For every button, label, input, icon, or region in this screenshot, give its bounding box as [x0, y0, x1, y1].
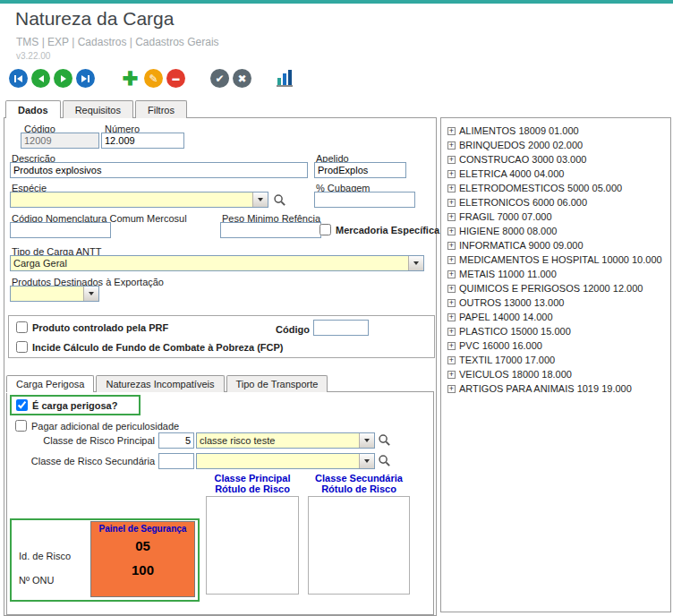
- mercadoria-especifica-checkbox-input[interactable]: [319, 224, 331, 235]
- expand-icon[interactable]: +: [447, 285, 456, 293]
- prf-checkbox[interactable]: Produto controlado pela PRF: [16, 321, 168, 333]
- edit-button[interactable]: ✎: [144, 69, 163, 88]
- tree-item[interactable]: +VEICULOS 18000 18.000: [445, 367, 667, 381]
- tree-item[interactable]: +PAPEL 14000 14.000: [445, 310, 667, 324]
- classe-principal-codigo-input[interactable]: [158, 432, 194, 449]
- tree-item[interactable]: +PVC 16000 16.000: [445, 338, 667, 353]
- expand-icon[interactable]: +: [447, 385, 456, 393]
- e-carga-perigosa-checkbox[interactable]: É carga perigosa?: [16, 399, 117, 411]
- tab-filtros[interactable]: Filtros: [135, 100, 187, 118]
- subtab-naturezas-incompativeis[interactable]: Naturezas Incompatíveis: [96, 375, 224, 392]
- chevron-down-icon[interactable]: [359, 454, 374, 468]
- adicional-periculosidade-checkbox-input[interactable]: [15, 420, 27, 432]
- delete-button[interactable]: ▬: [166, 69, 185, 88]
- cancel-button[interactable]: ✖: [233, 69, 251, 88]
- magnifier-icon: [273, 193, 286, 207]
- expand-icon[interactable]: +: [447, 213, 456, 221]
- tree-item[interactable]: +ELETRODOMESTICOS 5000 05.000: [445, 181, 667, 195]
- expand-icon[interactable]: +: [447, 242, 456, 250]
- chevron-down-icon[interactable]: [408, 256, 423, 270]
- chevron-down-icon[interactable]: [83, 287, 98, 301]
- peso-minimo-input[interactable]: [220, 222, 321, 238]
- expand-icon[interactable]: +: [447, 299, 456, 307]
- tree-item[interactable]: +ELETRONICOS 6000 06.000: [445, 195, 667, 210]
- subtab-carga-perigosa[interactable]: Carga Perigosa: [6, 375, 94, 392]
- expand-icon[interactable]: +: [447, 342, 456, 350]
- tree-item[interactable]: +METAIS 11000 11.000: [445, 267, 667, 281]
- expand-icon[interactable]: +: [447, 328, 456, 336]
- painel-seguranca: Painel de Segurança 05 100: [90, 521, 195, 597]
- expand-icon[interactable]: +: [447, 313, 456, 321]
- especie-search-button[interactable]: [273, 193, 286, 207]
- next-record-button[interactable]: [54, 69, 72, 88]
- tree-item[interactable]: +CONSTRUCAO 3000 03.000: [445, 152, 667, 167]
- prf-codigo-input[interactable]: [313, 320, 369, 336]
- fcp-checkbox[interactable]: Incide Cálculo de Fundo de Combate à Pob…: [16, 341, 284, 353]
- chevron-down-icon[interactable]: [252, 192, 268, 207]
- apelido-input[interactable]: [314, 162, 406, 178]
- classe-principal-header-line2: Rótulo de Risco: [199, 483, 306, 494]
- ncm-input[interactable]: [10, 222, 111, 238]
- tree-item[interactable]: +ELETRICA 4000 04.000: [445, 167, 667, 181]
- expand-icon[interactable]: +: [447, 156, 456, 164]
- e-carga-perigosa-checkbox-input[interactable]: [16, 399, 28, 411]
- tree-item[interactable]: +QUIMICOS E PERIGOSOS 12000 12.000: [445, 281, 667, 295]
- tree-item[interactable]: +MEDICAMENTOS E HOSPITAL 10000 10.000: [445, 252, 667, 267]
- expand-icon[interactable]: +: [447, 270, 456, 278]
- tree-item[interactable]: +INFORMATICA 9000 09.000: [445, 238, 667, 252]
- tab-dados[interactable]: Dados: [5, 100, 61, 118]
- confirm-button[interactable]: ✔: [210, 69, 229, 88]
- expand-icon[interactable]: +: [447, 371, 456, 379]
- classe-secundaria-header-line1: Classe Secundária: [305, 473, 413, 483]
- adicional-periculosidade-checkbox[interactable]: Pagar adicional de periculosidade: [15, 420, 179, 432]
- expand-icon[interactable]: +: [447, 141, 456, 150]
- expand-icon[interactable]: +: [447, 356, 456, 364]
- classe-principal-search-button[interactable]: [378, 433, 391, 447]
- tree-item[interactable]: +TEXTIL 17000 17.000: [445, 353, 667, 367]
- subtab-tipo-de-transporte[interactable]: Tipo de Transporte: [226, 375, 328, 392]
- expand-icon[interactable]: +: [447, 127, 456, 135]
- classe-secundaria-codigo-input[interactable]: [158, 453, 194, 469]
- tree-item[interactable]: +ARTIGOS PARA ANIMAIS 1019 19.000: [445, 381, 667, 396]
- expand-icon[interactable]: +: [447, 184, 456, 192]
- last-record-button[interactable]: [76, 69, 95, 88]
- fcp-checkbox-input[interactable]: [16, 341, 28, 353]
- first-record-button[interactable]: [9, 69, 28, 88]
- tree-item[interactable]: +FRAGIL 7000 07.000: [445, 210, 667, 224]
- id-risco-label: Id. de Risco: [19, 551, 71, 561]
- painel-seguranca-title: Painel de Segurança: [91, 524, 194, 534]
- tipo-carga-antt-combo[interactable]: Carga Geral: [10, 255, 424, 271]
- tree-item-label: ELETRODOMESTICOS 5000 05.000: [459, 183, 622, 193]
- expand-icon[interactable]: +: [447, 170, 456, 178]
- tree-item[interactable]: +HIGIENE 8000 08.000: [445, 224, 667, 238]
- classe-secundaria-search-button[interactable]: [378, 454, 391, 467]
- skip-to-first-icon: [14, 75, 22, 82]
- classe-secundaria-combo[interactable]: [196, 453, 375, 469]
- dados-panel: Código Número Descrição Apelido Espécie …: [4, 117, 437, 616]
- classe-principal-combo[interactable]: classe risco teste: [196, 432, 375, 449]
- especie-combo[interactable]: [10, 192, 268, 208]
- expand-icon[interactable]: +: [447, 199, 456, 207]
- descricao-input[interactable]: [10, 162, 308, 178]
- tree-item-label: INFORMATICA 9000 09.000: [459, 240, 584, 251]
- prf-checkbox-input[interactable]: [16, 321, 28, 333]
- chevron-down-icon[interactable]: [359, 433, 374, 448]
- mercadoria-especifica-checkbox[interactable]: Mercadoria Específica: [319, 224, 439, 235]
- expand-icon[interactable]: +: [447, 256, 456, 264]
- minus-icon: ▬: [173, 75, 180, 82]
- tree-item-label: PLASTICO 15000 15.000: [459, 326, 571, 337]
- cubagem-input[interactable]: [314, 192, 415, 208]
- previous-record-button[interactable]: [31, 69, 50, 88]
- tree-item[interactable]: +ALIMENTOS 18009 01.000: [445, 124, 667, 138]
- tree-item[interactable]: +OUTROS 13000 13.000: [445, 295, 667, 310]
- expand-icon[interactable]: +: [447, 227, 456, 235]
- tree-item[interactable]: +BRINQUEDOS 2000 02.000: [445, 138, 667, 152]
- add-button[interactable]: ✚: [120, 69, 141, 88]
- chart-button[interactable]: [277, 69, 293, 88]
- codigo-input: [21, 133, 99, 149]
- numero-input[interactable]: [101, 133, 184, 149]
- tree-list: +ALIMENTOS 18009 01.000+BRINQUEDOS 2000 …: [445, 124, 667, 396]
- exportacao-combo[interactable]: [10, 286, 99, 302]
- tree-item[interactable]: +PLASTICO 15000 15.000: [445, 324, 667, 338]
- tab-requisitos[interactable]: Requisitos: [63, 100, 133, 118]
